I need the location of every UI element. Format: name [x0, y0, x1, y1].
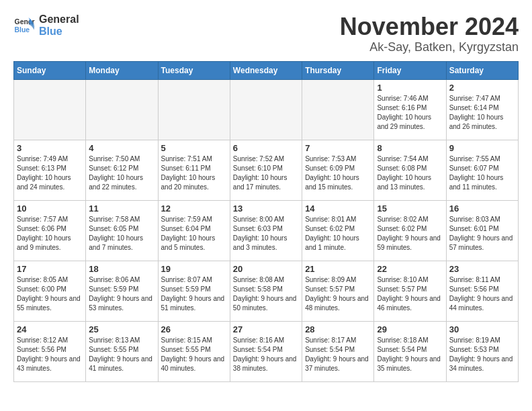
calendar-cell: 11Sunrise: 7:58 AMSunset: 6:05 PMDayligh…	[86, 200, 158, 261]
calendar-cell: 2Sunrise: 7:47 AMSunset: 6:14 PMDaylight…	[446, 79, 518, 140]
day-number: 18	[89, 264, 154, 274]
calendar-cell: 26Sunrise: 8:15 AMSunset: 5:55 PMDayligh…	[158, 321, 230, 381]
calendar-cell: 14Sunrise: 8:01 AMSunset: 6:02 PMDayligh…	[302, 200, 374, 261]
calendar-cell	[158, 79, 230, 140]
day-number: 19	[161, 264, 227, 274]
day-info: Sunrise: 7:55 AMSunset: 6:07 PMDaylight:…	[449, 154, 515, 192]
month-title: November 2024	[340, 13, 519, 40]
calendar-cell: 30Sunrise: 8:19 AMSunset: 5:53 PMDayligh…	[446, 321, 518, 381]
calendar-cell: 24Sunrise: 8:12 AMSunset: 5:56 PMDayligh…	[14, 321, 86, 381]
calendar-cell: 28Sunrise: 8:17 AMSunset: 5:54 PMDayligh…	[302, 321, 374, 381]
day-info: Sunrise: 8:18 AMSunset: 5:54 PMDaylight:…	[377, 336, 443, 373]
day-info: Sunrise: 8:17 AMSunset: 5:54 PMDaylight:…	[305, 336, 371, 373]
calendar-cell: 12Sunrise: 7:59 AMSunset: 6:04 PMDayligh…	[158, 200, 230, 261]
day-number: 26	[161, 324, 227, 334]
logo-general: General	[39, 13, 79, 26]
calendar-week-2: 3Sunrise: 7:49 AMSunset: 6:13 PMDaylight…	[14, 140, 519, 200]
day-number: 11	[89, 203, 154, 214]
day-info: Sunrise: 7:54 AMSunset: 6:08 PMDaylight:…	[377, 154, 443, 192]
svg-text:Blue: Blue	[15, 26, 30, 33]
day-number: 22	[377, 264, 443, 274]
day-info: Sunrise: 7:46 AMSunset: 6:16 PMDaylight:…	[377, 94, 443, 132]
header-wednesday: Wednesday	[230, 61, 302, 79]
calendar-cell: 1Sunrise: 7:46 AMSunset: 6:16 PMDaylight…	[374, 79, 446, 140]
day-info: Sunrise: 8:08 AMSunset: 5:58 PMDaylight:…	[233, 275, 299, 313]
day-number: 7	[305, 143, 371, 153]
day-info: Sunrise: 7:47 AMSunset: 6:14 PMDaylight:…	[449, 94, 515, 132]
day-number: 20	[233, 264, 299, 274]
calendar-cell: 6Sunrise: 7:52 AMSunset: 6:10 PMDaylight…	[230, 140, 302, 200]
calendar-cell: 4Sunrise: 7:50 AMSunset: 6:12 PMDaylight…	[86, 140, 158, 200]
calendar-cell: 9Sunrise: 7:55 AMSunset: 6:07 PMDaylight…	[446, 140, 518, 200]
logo: General Blue General Blue	[13, 13, 79, 37]
day-info: Sunrise: 7:53 AMSunset: 6:09 PMDaylight:…	[305, 154, 371, 192]
day-number: 29	[377, 324, 443, 334]
day-info: Sunrise: 8:19 AMSunset: 5:53 PMDaylight:…	[449, 336, 515, 373]
calendar-cell: 16Sunrise: 8:03 AMSunset: 6:01 PMDayligh…	[446, 200, 518, 261]
day-info: Sunrise: 8:03 AMSunset: 6:01 PMDaylight:…	[449, 215, 515, 253]
day-number: 25	[89, 324, 154, 334]
calendar-cell	[86, 79, 158, 140]
calendar-cell: 15Sunrise: 8:02 AMSunset: 6:02 PMDayligh…	[374, 200, 446, 261]
calendar-cell: 7Sunrise: 7:53 AMSunset: 6:09 PMDaylight…	[302, 140, 374, 200]
weekday-header-row: Sunday Monday Tuesday Wednesday Thursday…	[14, 61, 519, 79]
calendar-table: Sunday Monday Tuesday Wednesday Thursday…	[13, 61, 519, 382]
day-info: Sunrise: 8:10 AMSunset: 5:57 PMDaylight:…	[377, 275, 443, 313]
day-number: 21	[305, 264, 371, 274]
logo-icon: General Blue	[13, 15, 35, 36]
calendar-cell: 23Sunrise: 8:11 AMSunset: 5:56 PMDayligh…	[446, 261, 518, 321]
day-info: Sunrise: 7:59 AMSunset: 6:04 PMDaylight:…	[161, 215, 227, 253]
day-number: 14	[305, 203, 371, 214]
day-info: Sunrise: 8:16 AMSunset: 5:54 PMDaylight:…	[233, 336, 299, 373]
day-info: Sunrise: 8:05 AMSunset: 6:00 PMDaylight:…	[17, 275, 83, 313]
header-tuesday: Tuesday	[158, 61, 230, 79]
calendar-cell: 3Sunrise: 7:49 AMSunset: 6:13 PMDaylight…	[14, 140, 86, 200]
day-info: Sunrise: 7:58 AMSunset: 6:05 PMDaylight:…	[89, 215, 154, 253]
day-info: Sunrise: 7:52 AMSunset: 6:10 PMDaylight:…	[233, 154, 299, 192]
calendar-cell: 18Sunrise: 8:06 AMSunset: 5:59 PMDayligh…	[86, 261, 158, 321]
day-number: 6	[233, 143, 299, 153]
calendar-cell: 29Sunrise: 8:18 AMSunset: 5:54 PMDayligh…	[374, 321, 446, 381]
day-info: Sunrise: 8:01 AMSunset: 6:02 PMDaylight:…	[305, 215, 371, 253]
header-thursday: Thursday	[302, 61, 374, 79]
day-number: 9	[449, 143, 515, 153]
calendar-cell: 21Sunrise: 8:09 AMSunset: 5:57 PMDayligh…	[302, 261, 374, 321]
calendar-cell	[14, 79, 86, 140]
day-number: 13	[233, 203, 299, 214]
day-number: 3	[17, 143, 83, 153]
day-info: Sunrise: 8:12 AMSunset: 5:56 PMDaylight:…	[17, 336, 83, 373]
day-info: Sunrise: 8:00 AMSunset: 6:03 PMDaylight:…	[233, 215, 299, 253]
day-info: Sunrise: 8:09 AMSunset: 5:57 PMDaylight:…	[305, 275, 371, 313]
day-info: Sunrise: 8:13 AMSunset: 5:55 PMDaylight:…	[89, 336, 154, 373]
day-number: 12	[161, 203, 227, 214]
day-info: Sunrise: 8:07 AMSunset: 5:59 PMDaylight:…	[161, 275, 227, 313]
day-info: Sunrise: 8:15 AMSunset: 5:55 PMDaylight:…	[161, 336, 227, 373]
day-number: 28	[305, 324, 371, 334]
day-info: Sunrise: 7:50 AMSunset: 6:12 PMDaylight:…	[89, 154, 154, 192]
logo-blue: Blue	[39, 26, 79, 38]
day-number: 23	[449, 264, 515, 274]
day-number: 15	[377, 203, 443, 214]
header-saturday: Saturday	[446, 61, 518, 79]
location-title: Ak-Say, Batken, Kyrgyzstan	[340, 40, 519, 54]
calendar-cell: 22Sunrise: 8:10 AMSunset: 5:57 PMDayligh…	[374, 261, 446, 321]
day-number: 27	[233, 324, 299, 334]
day-info: Sunrise: 8:06 AMSunset: 5:59 PMDaylight:…	[89, 275, 154, 313]
day-number: 1	[377, 83, 443, 93]
day-number: 4	[89, 143, 154, 153]
day-number: 24	[17, 324, 83, 334]
calendar-cell	[302, 79, 374, 140]
calendar-cell: 27Sunrise: 8:16 AMSunset: 5:54 PMDayligh…	[230, 321, 302, 381]
day-info: Sunrise: 7:49 AMSunset: 6:13 PMDaylight:…	[17, 154, 83, 192]
day-number: 2	[449, 83, 515, 93]
day-number: 17	[17, 264, 83, 274]
day-number: 30	[449, 324, 515, 334]
calendar-cell: 13Sunrise: 8:00 AMSunset: 6:03 PMDayligh…	[230, 200, 302, 261]
day-info: Sunrise: 8:02 AMSunset: 6:02 PMDaylight:…	[377, 215, 443, 253]
calendar-cell: 17Sunrise: 8:05 AMSunset: 6:00 PMDayligh…	[14, 261, 86, 321]
calendar-week-5: 24Sunrise: 8:12 AMSunset: 5:56 PMDayligh…	[14, 321, 519, 381]
calendar-cell: 25Sunrise: 8:13 AMSunset: 5:55 PMDayligh…	[86, 321, 158, 381]
day-number: 5	[161, 143, 227, 153]
calendar-cell: 20Sunrise: 8:08 AMSunset: 5:58 PMDayligh…	[230, 261, 302, 321]
day-info: Sunrise: 8:11 AMSunset: 5:56 PMDaylight:…	[449, 275, 515, 313]
